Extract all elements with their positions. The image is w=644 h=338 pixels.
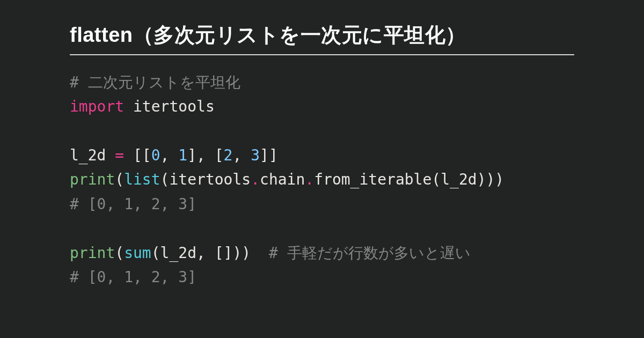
code-paren: ( [115,244,124,262]
code-arg: l_2d [160,244,196,262]
code-comma: , [232,146,251,164]
code-comment: # 二次元リストを平坦化 [70,74,240,91]
code-arg-sep: , [] [196,244,232,262]
snippet-title: flatten（多次元リストを一次元に平坦化） [70,21,574,55]
code-bracket: [[ [133,146,151,164]
code-number: 0 [151,146,160,164]
code-paren: ( [151,244,160,262]
code-number: 3 [251,146,260,164]
code-func-print: print [70,171,115,188]
code-paren: ))) [477,171,504,188]
code-func-print: print [70,244,115,262]
code-builtin-sum: sum [124,244,151,262]
code-snippet-card: flatten（多次元リストを一次元に平坦化） # 二次元リストを平坦化 imp… [0,0,644,289]
code-paren: ( [115,171,124,188]
code-paren: ( [431,171,441,188]
code-block: # 二次元リストを平坦化 import itertools l_2d = [[0… [70,70,574,289]
code-comma: , [160,146,179,164]
code-variable: l_2d [70,146,106,164]
code-bracket: ], [ [187,146,223,164]
code-member: from_iterable [314,171,431,188]
code-output-comment: # [0, 1, 2, 3] [70,268,196,286]
code-bracket: ]] [260,146,278,164]
code-member: chain [260,171,305,188]
code-module-ref: itertools [169,171,251,188]
code-pad [251,244,269,262]
code-op-assign: = [106,146,133,164]
code-inline-comment: # 手軽だが行数が多いと遅い [269,244,471,262]
code-number: 1 [178,146,187,164]
code-dot: . [251,171,260,188]
code-builtin-list: list [124,171,160,188]
code-module: itertools [133,98,215,115]
code-paren: ( [160,171,170,188]
code-keyword-import: import [70,98,124,115]
code-output-comment: # [0, 1, 2, 3] [70,195,196,213]
code-dot: . [305,171,314,188]
code-paren: )) [232,244,251,262]
code-arg: l_2d [441,171,477,188]
code-number: 2 [224,146,233,164]
